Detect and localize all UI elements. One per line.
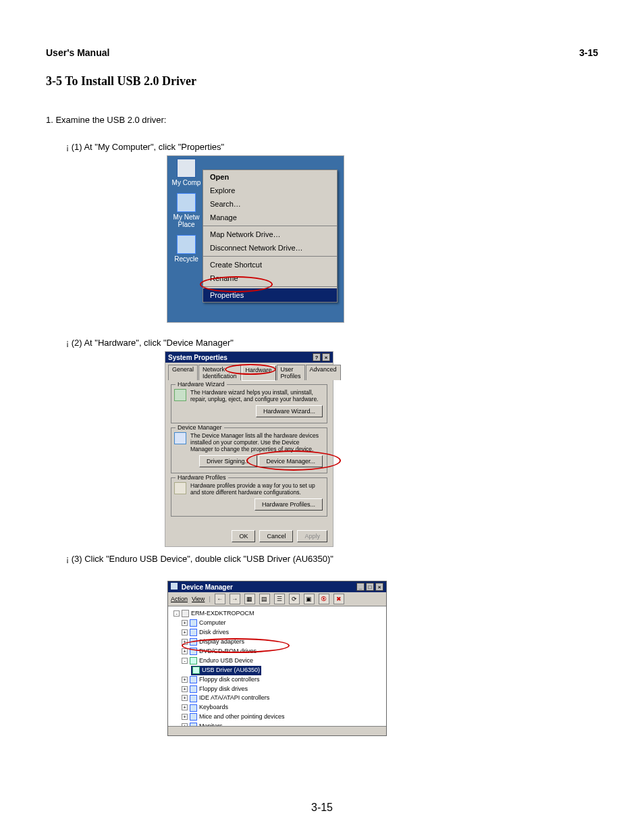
hardware-wizard-legend: Hardware Wizard <box>176 381 227 388</box>
properties-icon[interactable]: ☰ <box>274 594 285 604</box>
desktop-icons: My Comp My Netw Place Recycle <box>170 159 203 263</box>
tree-fdd[interactable]: +Floppy disk drives <box>173 685 382 694</box>
my-computer-icon[interactable]: My Comp <box>172 159 201 186</box>
toolbar-icon[interactable]: ✖ <box>333 594 344 604</box>
menu-action[interactable]: Action <box>171 596 188 602</box>
root-label: ERM-EXDKTROPOCM <box>191 610 254 617</box>
title-bar: Device Manager _ □ × <box>168 581 386 592</box>
doc-title: User's Manual <box>46 47 109 58</box>
tree-label: USB Driver (AU6350) <box>202 667 260 673</box>
device-manager-group: Device Manager The Device Manager lists … <box>171 427 327 473</box>
minimize-icon[interactable]: _ <box>356 583 365 591</box>
hardware-wizard-group: Hardware Wizard The Hardware wizard help… <box>171 384 327 423</box>
toolbar: Action View | ← → ▦ ▤ ☰ ⟳ ▣ ⦿ ✖ <box>168 592 386 606</box>
hardware-wizard-button[interactable]: Hardware Wizard... <box>256 405 323 417</box>
ok-button[interactable]: OK <box>232 530 255 542</box>
tree-dvd[interactable]: +DVD/CD-ROM drives <box>173 647 382 656</box>
menu-disconnect-drive[interactable]: Disconnect Network Drive… <box>203 241 337 255</box>
my-computer-label: My Comp <box>172 179 201 186</box>
status-bar <box>168 726 386 735</box>
tree-ide[interactable]: +IDE ATA/ATAPI controllers <box>173 694 382 703</box>
menu-search[interactable]: Search… <box>203 197 337 211</box>
menu-create-shortcut[interactable]: Create Shortcut <box>203 258 337 271</box>
toolbar-icon[interactable]: ▤ <box>259 594 270 604</box>
hardware-profiles-button[interactable]: Hardware Profiles... <box>254 498 323 511</box>
help-icon[interactable]: ? <box>313 353 321 361</box>
menu-properties[interactable]: Properties <box>203 288 337 302</box>
hardware-profiles-text: Hardware profiles provide a way for you … <box>190 482 323 496</box>
tree-fdc[interactable]: +Floppy disk controllers <box>173 675 382 685</box>
close-icon[interactable]: × <box>322 353 330 361</box>
tab-network-id[interactable]: Network Identification <box>198 365 241 380</box>
tree-label: Floppy disk controllers <box>199 676 260 683</box>
toolbar-icon[interactable]: ▦ <box>244 594 255 604</box>
tree-label: IDE ATA/ATAPI controllers <box>199 694 269 701</box>
refresh-icon[interactable]: ⟳ <box>289 594 300 604</box>
tree-enduro[interactable]: -Enduro USB Device <box>173 656 382 666</box>
menu-rename[interactable]: Rename <box>203 271 337 285</box>
profiles-icon <box>174 482 186 494</box>
step2a-text: ¡ (1) At "My Computer", click "Propertie… <box>66 142 224 152</box>
step2c-text: ¡ (3) Click "Enduro USB Device", double … <box>66 554 333 564</box>
step2b-inner: (2) At "Hardware", click "Device Manager… <box>72 338 234 348</box>
tree-computer[interactable]: +Computer <box>173 619 382 628</box>
dialog-buttons: OK Cancel Apply <box>232 530 327 542</box>
hardware-profiles-group: Hardware Profiles Hardware profiles prov… <box>171 477 327 517</box>
tree-keyboards[interactable]: +Keyboards <box>173 703 382 712</box>
tab-user-profiles[interactable]: User Profiles <box>277 365 305 380</box>
tree-mice[interactable]: +Mice and other pointing devices <box>173 712 382 722</box>
tree-disk[interactable]: +Disk drives <box>173 628 382 637</box>
forward-icon[interactable]: → <box>230 594 240 604</box>
tree-label: Mice and other pointing devices <box>199 713 285 720</box>
menu-open[interactable]: Open <box>203 170 337 184</box>
toolbar-icon[interactable]: ▣ <box>304 594 315 604</box>
device-manager-text: The Device Manager lists all the hardwar… <box>190 432 323 452</box>
section-title: 3-5 To Install USB 2.0 Driver <box>46 74 196 88</box>
apply-button[interactable]: Apply <box>297 530 327 542</box>
menu-view[interactable]: View <box>192 596 205 602</box>
step1-text: 1. Examine the USB 2.0 driver: <box>46 115 166 125</box>
screenshot-device-manager: Device Manager _ □ × Action View | ← → ▦… <box>167 581 387 736</box>
tab-advanced[interactable]: Advanced <box>306 365 341 380</box>
tree-display[interactable]: +Display adapters <box>173 637 382 647</box>
tree-root[interactable]: -ERM-EXDKTROPOCM <box>173 609 382 619</box>
device-manager-button[interactable]: Device Manager... <box>259 455 323 467</box>
close-icon[interactable]: × <box>375 583 383 591</box>
device-manager-legend: Device Manager <box>176 424 224 431</box>
recycle-bin-icon[interactable]: Recycle <box>174 235 198 263</box>
wizard-icon <box>174 389 186 401</box>
page-number: 3-15 <box>0 802 644 814</box>
cancel-button[interactable]: Cancel <box>259 530 293 542</box>
tree-label: Computer <box>199 619 226 626</box>
hardware-profiles-legend: Hardware Profiles <box>176 474 228 481</box>
device-manager-icon <box>174 432 186 444</box>
dialog-title: System Properties <box>168 354 227 361</box>
context-menu: Open Explore Search… Manage Map Network … <box>203 170 338 303</box>
tree-label: Disk drives <box>199 629 229 635</box>
screenshot-system-properties: System Properties ? × General Network Id… <box>165 351 333 547</box>
driver-signing-button[interactable]: Driver Signing... <box>199 455 257 467</box>
back-icon[interactable]: ← <box>215 594 225 604</box>
tab-hardware[interactable]: Hardware <box>242 365 276 381</box>
menu-manage[interactable]: Manage <box>203 211 337 224</box>
tree-usb-driver[interactable]: USB Driver (AU6350) <box>191 666 261 675</box>
separator <box>203 286 337 287</box>
step2c-inner: (3) Click "Enduro USB Device", double cl… <box>72 554 333 564</box>
my-network-label: My Netw Place <box>170 213 203 228</box>
tab-general[interactable]: General <box>168 365 198 380</box>
toolbar-icon[interactable]: ⦿ <box>319 594 329 604</box>
tree-label: Enduro USB Device <box>199 657 253 664</box>
menu-explore[interactable]: Explore <box>203 184 337 197</box>
window-title: Device Manager <box>182 583 233 591</box>
tree-label: Display adapters <box>199 638 244 645</box>
step2b-text: ¡ (2) At "Hardware", click "Device Manag… <box>66 338 234 348</box>
tab-strip: General Network Identification Hardware … <box>165 363 333 380</box>
screenshot-desktop-context: My Comp My Netw Place Recycle Open Explo… <box>167 155 344 323</box>
my-network-icon[interactable]: My Netw Place <box>170 193 203 228</box>
separator <box>203 256 337 257</box>
step2a-inner: (1) At "My Computer", click "Properties" <box>72 142 225 152</box>
tree-label: DVD/CD-ROM drives <box>199 648 257 654</box>
maximize-icon[interactable]: □ <box>366 583 374 591</box>
menu-map-drive[interactable]: Map Network Drive… <box>203 228 337 241</box>
header-right: 3-15 <box>579 47 598 58</box>
